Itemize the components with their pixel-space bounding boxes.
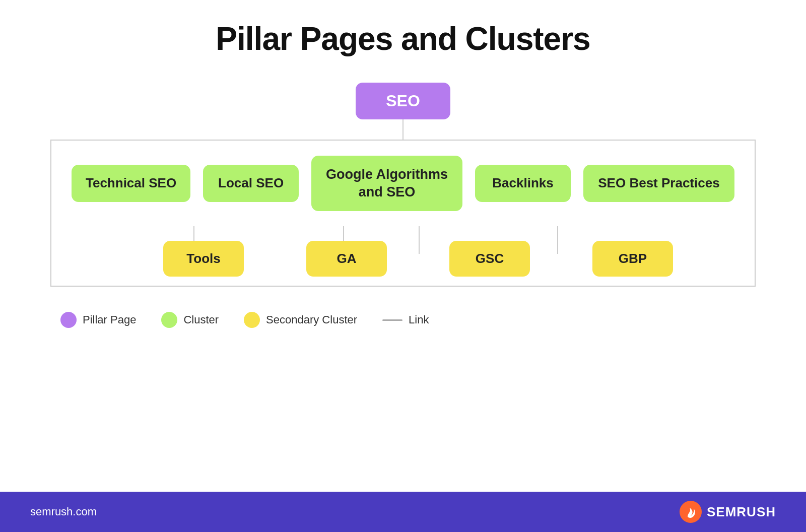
legend-label-pillar: Pillar Page (83, 313, 136, 326)
footer-url: semrush.com (30, 505, 97, 518)
legend-circle-green (161, 312, 177, 328)
footer: semrush.com SEMRUSH (0, 492, 806, 532)
top-section: SEO (30, 83, 776, 140)
legend-label-link: Link (409, 313, 429, 326)
legend-secondary-cluster: Secondary Cluster (244, 312, 357, 328)
middle-box: Technical SEO Local SEO Google Algorithm… (50, 140, 756, 226)
diagram: SEO Technical SEO Local SEO Google Algor… (30, 83, 776, 287)
bottom-section: Tools GA GSC GBP (50, 226, 756, 287)
top-node-container: SEO (356, 83, 450, 119)
middle-section: Technical SEO Local SEO Google Algorithm… (50, 140, 756, 226)
legend-circle-yellow (244, 312, 260, 328)
legend-label-cluster: Cluster (183, 313, 219, 326)
legend-pillar-page: Pillar Page (60, 312, 136, 328)
semrush-icon (680, 501, 702, 523)
legend-label-secondary: Secondary Cluster (266, 313, 357, 326)
legend-line-gray (382, 319, 402, 321)
node-gsc: GSC (449, 241, 530, 277)
vertical-connector-top (402, 119, 404, 140)
bottom-nodes-row: Tools GA GSC GBP (51, 241, 755, 277)
node-seo-best-practices: SEO Best Practices (583, 165, 734, 202)
node-tools: Tools (163, 241, 244, 277)
node-ga: GA (306, 241, 387, 277)
semrush-logo: SEMRUSH (680, 501, 776, 523)
legend-circle-purple (60, 312, 77, 328)
legend-link: Link (382, 313, 429, 326)
node-local-seo: Local SEO (203, 165, 299, 202)
node-google-algorithms: Google Algorithms and SEO (311, 156, 462, 211)
legend-cluster: Cluster (161, 312, 219, 328)
legend: Pillar Page Cluster Secondary Cluster Li… (60, 312, 429, 328)
node-technical-seo: Technical SEO (72, 165, 190, 202)
node-gbp: GBP (592, 241, 673, 277)
seo-node: SEO (356, 83, 450, 119)
semrush-brand-text: SEMRUSH (707, 504, 776, 520)
node-backlinks: Backlinks (475, 165, 571, 202)
page-title: Pillar Pages and Clusters (216, 20, 590, 57)
